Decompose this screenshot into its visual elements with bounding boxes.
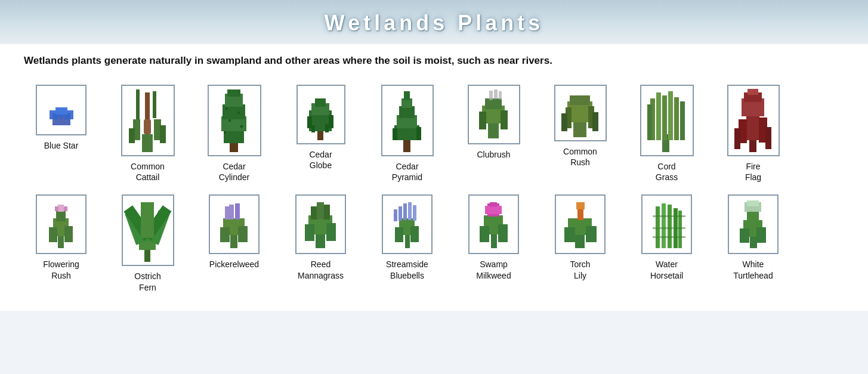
svg-rect-29 xyxy=(307,116,312,128)
plant-item: Common Cattail xyxy=(104,79,191,188)
plant-image xyxy=(554,85,607,141)
plant-item: White Turtlehead xyxy=(710,188,796,298)
svg-rect-92 xyxy=(229,205,234,220)
svg-rect-76 xyxy=(64,226,73,242)
plant-image xyxy=(122,194,174,266)
svg-rect-4 xyxy=(63,116,64,123)
svg-rect-68 xyxy=(747,89,758,95)
plants-grid: Blue Star Common Cattail Cedar Cylinder … xyxy=(0,73,868,311)
svg-rect-90 xyxy=(220,227,230,242)
svg-rect-40 xyxy=(416,127,421,140)
svg-rect-114 xyxy=(498,224,508,242)
page-header: Wetlands Plants xyxy=(0,0,868,44)
svg-rect-130 xyxy=(653,227,685,229)
svg-rect-109 xyxy=(413,205,416,221)
svg-rect-87 xyxy=(141,202,154,238)
plant-name: Ostrich Fern xyxy=(134,271,160,292)
svg-rect-22 xyxy=(228,119,231,122)
plant-item: Cedar Pyramid xyxy=(364,79,450,188)
svg-rect-97 xyxy=(305,224,314,241)
svg-rect-80 xyxy=(64,206,67,211)
svg-rect-43 xyxy=(485,98,502,109)
plant-image xyxy=(468,85,520,144)
svg-rect-104 xyxy=(395,227,403,242)
plant-name: Common Cattail xyxy=(131,161,165,183)
plant-item: Cord Grass xyxy=(623,79,710,188)
svg-rect-45 xyxy=(501,110,508,129)
plant-name: Clubrush xyxy=(477,149,510,160)
svg-rect-7 xyxy=(136,89,140,119)
svg-rect-47 xyxy=(494,89,498,99)
svg-rect-126 xyxy=(668,205,672,248)
svg-rect-105 xyxy=(410,226,419,242)
svg-rect-2 xyxy=(55,107,67,115)
plant-image xyxy=(727,85,780,156)
svg-rect-75 xyxy=(49,227,57,242)
svg-rect-106 xyxy=(403,203,407,220)
plant-image xyxy=(296,85,345,144)
plant-image xyxy=(381,85,434,156)
svg-rect-138 xyxy=(747,200,759,206)
svg-rect-101 xyxy=(317,202,324,219)
svg-rect-8 xyxy=(153,91,156,118)
plant-item: Flowering Rush xyxy=(18,188,104,298)
svg-rect-9 xyxy=(142,134,153,152)
svg-rect-121 xyxy=(586,226,597,242)
plant-image xyxy=(208,85,261,156)
plant-item: Ostrich Fern xyxy=(104,188,191,298)
plant-image xyxy=(640,85,694,156)
svg-rect-125 xyxy=(662,203,666,248)
plant-item: Water Horsetail xyxy=(623,188,710,298)
plant-name: Cedar Pyramid xyxy=(392,161,422,183)
svg-rect-117 xyxy=(490,202,497,207)
svg-rect-6 xyxy=(144,119,151,134)
svg-rect-38 xyxy=(404,91,410,100)
svg-rect-58 xyxy=(656,92,661,140)
plant-item: Fire Flag xyxy=(710,79,796,188)
svg-rect-116 xyxy=(485,206,502,214)
svg-rect-72 xyxy=(765,127,771,149)
plant-image xyxy=(555,194,606,254)
plant-name: Cord Grass xyxy=(656,161,678,183)
page-title: Wetlands Plants xyxy=(0,11,868,36)
svg-rect-113 xyxy=(480,226,489,242)
plant-name: Streamside Bluebells xyxy=(386,259,428,280)
svg-rect-48 xyxy=(499,91,502,100)
svg-rect-63 xyxy=(647,104,652,140)
svg-rect-31 xyxy=(311,125,315,132)
plant-name: Common Rush xyxy=(563,146,597,168)
plant-item: Reed Mannagrass xyxy=(277,188,364,298)
svg-rect-13 xyxy=(160,125,166,143)
plant-image xyxy=(728,194,779,254)
svg-rect-30 xyxy=(329,115,333,128)
svg-rect-107 xyxy=(408,202,412,220)
plant-item: Clubrush xyxy=(450,79,537,188)
svg-rect-39 xyxy=(393,128,397,140)
svg-rect-131 xyxy=(653,236,685,238)
svg-rect-59 xyxy=(662,95,667,140)
plant-image xyxy=(36,194,87,254)
plant-image xyxy=(36,85,87,135)
svg-rect-135 xyxy=(756,227,766,243)
svg-rect-71 xyxy=(734,128,740,149)
plant-name: Flowering Rush xyxy=(43,259,79,280)
svg-rect-24 xyxy=(224,131,226,134)
svg-rect-77 xyxy=(56,211,66,221)
plant-name: Torch Lily xyxy=(570,259,590,280)
plant-name: Cedar Globe xyxy=(309,149,332,171)
plant-item: Cedar Globe xyxy=(277,79,364,188)
plant-name: Water Horsetail xyxy=(650,259,683,280)
svg-rect-55 xyxy=(592,112,598,131)
svg-rect-123 xyxy=(576,202,585,209)
svg-rect-60 xyxy=(668,91,673,140)
svg-rect-62 xyxy=(680,101,685,140)
svg-rect-54 xyxy=(561,113,567,131)
plant-item: Pickerelweed xyxy=(191,188,277,298)
svg-rect-44 xyxy=(479,112,486,129)
svg-rect-46 xyxy=(489,91,493,100)
plant-item: Streamside Bluebells xyxy=(364,188,450,298)
page-description: Wetlands plants generate naturally in sw… xyxy=(0,44,868,73)
svg-rect-28 xyxy=(315,98,326,107)
svg-rect-12 xyxy=(129,128,135,143)
plant-item: Swamp Milkweed xyxy=(450,188,537,298)
